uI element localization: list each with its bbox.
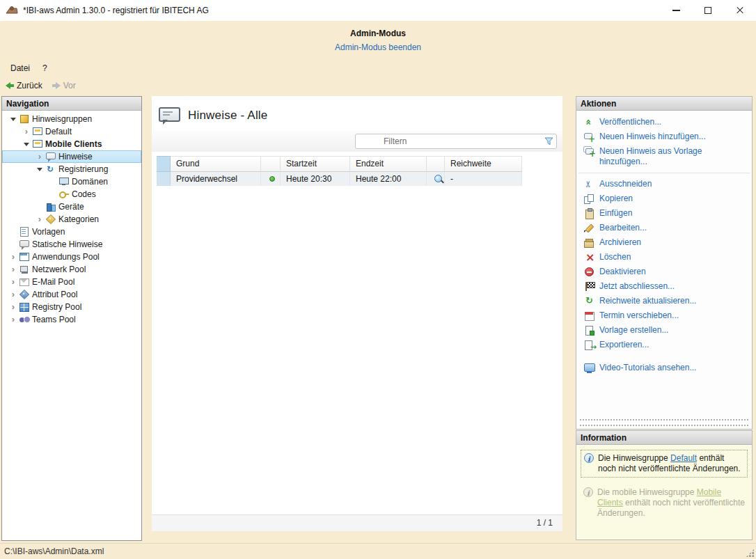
tree-item-anwendungs-pool[interactable]: Anwendungs Pool [2,251,141,263]
finish-now-icon [583,281,595,292]
action-neuen-hinweis-aus-vorlage[interactable]: Neuen Hinweis aus Vorlage hinzufügen... [576,144,752,169]
add-note-from-template-icon [583,146,595,157]
default-group-link[interactable]: Default [670,453,697,463]
panel-resize-grip[interactable] [580,415,748,426]
minimize-icon [672,10,680,10]
tree-item-netzwerk-pool[interactable]: Netzwerk Pool [2,263,141,276]
expander-icon[interactable] [9,251,17,262]
column-header-selector[interactable] [157,156,171,172]
action-deaktivieren[interactable]: Deaktivieren [576,265,752,279]
expander-icon[interactable] [9,113,17,125]
expander-icon[interactable] [36,214,44,225]
close-button[interactable] [724,0,756,21]
column-header-endzeit[interactable]: Endzeit [350,156,427,172]
tree-item-vorlagen[interactable]: Vorlagen [2,226,141,238]
expander-icon[interactable] [9,276,17,288]
action-label: Video-Tutorials ansehen... [599,363,696,373]
action-archivieren[interactable]: Archivieren [576,235,752,250]
action-termin-verschieben[interactable]: Termin verschieben... [576,308,752,323]
exit-admin-mode-link[interactable]: Admin-Modus beenden [335,42,421,52]
expander-icon[interactable] [36,164,44,175]
tree-item-registry-pool[interactable]: Registry Pool [2,301,141,313]
action-reichweite-aktualisieren[interactable]: Reichweite aktualisieren... [576,294,752,308]
information-header: Information [576,431,752,445]
tree-item-kategorien[interactable]: Kategorien [2,213,141,226]
actions-header: Aktionen [576,97,752,111]
back-label: Zurück [17,81,42,90]
filter-input[interactable] [355,134,557,149]
column-header-startzeit[interactable]: Startzeit [281,156,350,172]
column-header-reach-icon[interactable] [427,156,445,172]
tree-item-statische-hinweise[interactable]: Statische Hinweise [2,238,141,251]
action-jetzt-abschliessen[interactable]: Jetzt abschliessen... [576,279,752,294]
action-label: Reichweite aktualisieren... [599,296,696,306]
action-video-tutorials[interactable]: Video-Tutorials ansehen... [576,361,752,375]
action-label: Vorlage erstellen... [599,325,668,336]
action-vorlage-erstellen[interactable]: Vorlage erstellen... [576,323,752,338]
forward-button[interactable]: Vor [52,81,76,90]
copy-icon [583,194,595,204]
actions-panel: Aktionen Veröffentlichen... Neuen Hinwei… [576,96,753,430]
back-button[interactable]: Zurück [6,81,42,90]
column-header-status[interactable] [261,156,281,172]
column-header-reichweite[interactable]: Reichweite [445,156,522,172]
menu-help[interactable]: ? [36,61,54,75]
action-label: Löschen [599,252,631,262]
action-exportieren[interactable]: Exportieren... [576,338,752,352]
expander-icon[interactable] [9,264,17,275]
tree-item-default[interactable]: Default [2,125,141,138]
action-einfuegen[interactable]: Einfügen [576,206,752,221]
actions-gap [576,352,752,361]
action-kopieren[interactable]: Kopieren [576,191,752,206]
statusbar: C:\IBI-aws\Admin\Data.xml [0,543,756,559]
hinweisgruppe-icon [32,127,43,136]
tree-item-email-pool[interactable]: E-Mail Pool [2,276,141,288]
video-tutorials-icon [583,363,595,373]
tree-item-mobile-clients[interactable]: Mobile Clients [2,138,141,150]
expander-icon[interactable] [9,301,17,313]
tree-item-codes[interactable]: Codes [2,188,141,200]
menu-datei[interactable]: Datei [4,61,36,75]
expander-icon[interactable] [36,151,44,162]
tree-item-hinweisgruppen[interactable]: Hinweisgruppen [2,113,141,125]
expander-icon[interactable] [22,139,31,150]
minimize-button[interactable] [660,0,692,21]
reichweite-cell: - [445,172,522,186]
maximize-button[interactable] [692,0,724,21]
registry-pool-icon [19,302,30,312]
tree-item-registrierung[interactable]: Registrierung [2,163,141,175]
filter-band [152,131,562,152]
expander-icon[interactable] [9,289,17,300]
column-header-grund[interactable]: Grund [171,156,261,172]
startzeit-cell: Heute 20:30 [281,172,350,186]
window-resize-grip[interactable] [746,549,755,558]
action-label: Neuen Hinweis aus Vorlage hinzufügen... [599,146,728,167]
titlebar[interactable]: *IBI-aws Admin 1.30.0 - registriert für … [0,0,756,21]
action-loeschen[interactable]: Löschen [576,250,752,265]
action-neuen-hinweis-hinzufuegen[interactable]: Neuen Hinweis hinzufügen... [576,129,752,144]
tree-item-label: Default [45,127,72,136]
action-ausschneiden[interactable]: Ausschneiden [576,177,752,191]
action-label: Deaktivieren [599,267,646,277]
tree-item-geraete[interactable]: Geräte [2,200,141,213]
expander-icon[interactable] [22,126,31,137]
tree-item-label: E-Mail Pool [32,277,74,287]
expander-spacer [9,239,17,250]
kategorien-icon [45,214,56,224]
tree-item-teams-pool[interactable]: Teams Pool [2,313,141,326]
action-veroeffentlichen[interactable]: Veröffentlichen... [576,115,752,129]
expander-icon[interactable] [9,314,17,325]
archive-icon [583,237,595,248]
teams-pool-icon [19,315,30,324]
table-row[interactable]: Providerwechsel Heute 20:30 Heute 22:00 … [157,172,522,186]
info-text-before: Die Hinweisgruppe [598,453,670,463]
endzeit-cell: Heute 22:00 [350,172,427,186]
actions-separator [578,173,750,173]
tree-item-hinweise[interactable]: Hinweise [2,150,141,163]
tree-item-label: Netzwerk Pool [32,265,86,274]
refresh-reach-icon [583,296,595,306]
action-bearbeiten[interactable]: Bearbeiten... [576,221,752,235]
tree-item-domaenen[interactable]: Domänen [2,175,141,188]
tree-item-attribut-pool[interactable]: Attribut Pool [2,288,141,301]
admin-mode-title: Admin-Modus [0,29,756,38]
